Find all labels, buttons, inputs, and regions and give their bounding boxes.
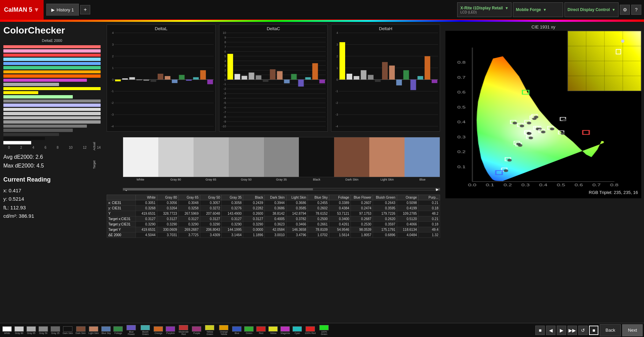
bottom-swatch-20[interactable]: Red	[255, 326, 267, 335]
table-cell-4-4: 0.3290	[222, 222, 243, 227]
tab-history1[interactable]: ▶ History 1	[46, 4, 79, 16]
table-body: x: CIE310.30510.30560.30480.30570.30580.…	[107, 200, 440, 238]
color-square: ■	[589, 326, 598, 335]
swatches-scrollbar[interactable]: ◀ ▶	[123, 188, 440, 191]
tab-add-button[interactable]: +	[80, 5, 90, 14]
table-cell-6-6: 3.0010	[265, 232, 286, 238]
bar-row-0	[3, 45, 101, 48]
bar-row-17	[3, 116, 101, 119]
bottom-swatch-17[interactable]: Orange Yellow	[217, 325, 230, 336]
swatch-names-row: WhiteGray 80Gray 65Gray 50Gray 35BlackDa…	[123, 178, 440, 181]
swatch-target-3	[229, 157, 264, 177]
table-cell-4-11: 0.3597	[373, 222, 397, 227]
table-cell-1-3: 0.3272	[200, 206, 222, 211]
table-cell-6-2: 3.7725	[178, 232, 200, 238]
bottom-swatch-18[interactable]: Blue	[231, 326, 243, 335]
bottom-swatch-15[interactable]: Purple	[191, 326, 202, 335]
table-cell-2-4: 143.4900	[222, 211, 243, 216]
bottom-swatch-3[interactable]: Gray 50	[38, 326, 49, 335]
table-cell-6-4: 3.1464	[222, 232, 243, 238]
table-header-row: WhiteGray 80Gray 65Gray 50Gray 35BlackDa…	[107, 195, 440, 200]
table-header-2: Gray 80	[157, 195, 178, 200]
colorimeter-name: X-Rite i1Display Retail	[460, 6, 503, 10]
bottom-swatch-12[interactable]: Orange	[153, 326, 164, 335]
bar-row-2	[3, 54, 101, 57]
bar-row-9	[3, 83, 101, 86]
bar-row-18	[3, 120, 101, 123]
table-cell-5-6: 42.0584	[265, 227, 286, 232]
data-table-area: WhiteGray 80Gray 65Gray 50Gray 35BlackDa…	[107, 195, 440, 238]
y-reading: y: 0.5214	[3, 195, 101, 203]
bottom-swatch-1[interactable]: Gray 80	[13, 326, 25, 335]
table-cell-6-9: 1.5614	[329, 232, 351, 238]
colorimeter-dropdown[interactable]: X-Rite i1Display Retail ▼ LCD (LED)	[457, 2, 512, 17]
settings-button[interactable]: ⚙	[620, 5, 630, 15]
back-button[interactable]: Back	[600, 324, 621, 336]
bottom-swatch-6[interactable]: Dark Skin	[74, 326, 87, 335]
table-header-7: Dark Skin	[265, 195, 286, 200]
delta-l-chart: DeltaL	[107, 24, 216, 132]
delta-c-inner	[219, 31, 328, 131]
bottom-swatch-7[interactable]: Light Skin	[88, 326, 100, 335]
delta-l-title: DeltaL	[107, 25, 215, 31]
bottom-swatch-5[interactable]: Dark Skin	[62, 326, 74, 335]
table-cell-3-13: 0.21	[418, 216, 440, 222]
bottom-swatch-21[interactable]: Yellow	[267, 326, 279, 335]
swatch-name-6: Dark Skin	[334, 178, 370, 181]
x-axis: 0 2 4 6 8 10 12 14	[3, 146, 101, 149]
next-button[interactable]: Next	[622, 324, 643, 336]
table-cell-3-3: 0.3127	[200, 216, 222, 222]
prev-button[interactable]: ◀	[546, 326, 555, 335]
table-cell-6-12: 4.0484	[397, 232, 418, 238]
pattern-gen-dropdown[interactable]: Mobile Forge ▼	[513, 2, 563, 17]
table-cell-6-11: 0.6896	[373, 232, 397, 238]
bottom-swatch-8[interactable]: Blue Sky	[100, 326, 112, 335]
table-cell-4-9: 0.4261	[329, 222, 351, 227]
bottom-swatch-25[interactable]: 100% Green	[317, 325, 331, 336]
bottom-swatch-11[interactable]: Bluish Green	[139, 325, 152, 336]
bar-row-13	[3, 99, 101, 103]
table-cell-2-12: 109.2785	[397, 211, 418, 216]
bars-area	[3, 44, 101, 144]
bottom-swatch-2[interactable]: Gray 65	[25, 326, 37, 335]
main-content: ColorChecker DeltaE 2000 0 2 4 6 8 10 12…	[0, 22, 644, 335]
bottom-swatch-4[interactable]: Gray 35	[50, 326, 61, 335]
x-label-14: 14	[97, 146, 101, 149]
instruments-area: X-Rite i1Display Retail ▼ LCD (LED) Mobi…	[457, 0, 644, 19]
bottom-swatch-23[interactable]: Cyan	[291, 326, 303, 335]
delta-h-chart: DeltaH	[331, 24, 440, 132]
bottom-swatch-19[interactable]: Green	[243, 326, 255, 335]
swatch-name-5: Black	[299, 178, 334, 181]
bottom-swatch-22[interactable]: Magenta	[279, 326, 291, 335]
table-header-12: Bluish Green	[373, 195, 397, 200]
bottom-swatch-0[interactable]: White	[1, 326, 13, 335]
table-row-label-4: Target y:CIE31	[107, 222, 136, 227]
display-ctrl-dropdown[interactable]: Direct Display Control ▼	[565, 2, 619, 17]
bottom-swatch-13[interactable]: Purplish	[165, 326, 176, 335]
record-button[interactable]: ■	[535, 326, 545, 335]
swatches-wrapper: Actual Target WhiteGray 80Gray 65Gray 50…	[107, 137, 440, 191]
bottom-swatch-10[interactable]: Blue Flower	[124, 325, 138, 336]
swatch-0	[123, 137, 158, 177]
bar-row-21	[3, 133, 101, 136]
play-button[interactable]: ▶	[557, 326, 566, 335]
swatch-name-7: Light Skin	[370, 178, 405, 181]
scroll-right-button[interactable]: ▶	[435, 188, 440, 190]
table-cell-0-2: 0.3048	[178, 200, 200, 206]
bottom-swatch-16[interactable]: Yellow Green	[203, 325, 216, 336]
delta-h-inner	[331, 31, 440, 131]
swatch-target-4	[264, 157, 299, 177]
max-label: Max dE2000:	[3, 163, 35, 168]
table-row-4: Target y:CIE310.32900.32900.32900.32900.…	[107, 222, 440, 227]
table-cell-2-8: 78.6152	[308, 211, 329, 216]
bottom-swatch-24[interactable]: 100% Red	[304, 326, 317, 335]
table-cell-1-12: 0.4199	[397, 206, 418, 211]
help-button[interactable]: ?	[631, 5, 641, 15]
table-cell-1-6: 0.3686	[265, 206, 286, 211]
skip-button[interactable]: ▶▶	[568, 326, 577, 335]
refresh-button[interactable]: ↺	[578, 326, 588, 335]
bottom-swatch-9[interactable]: Foliage	[112, 326, 124, 335]
table-header-1: White	[136, 195, 157, 200]
bottom-swatch-14[interactable]: Moderate Red	[177, 325, 190, 336]
stats-area: Avg dE2000: 2.6 Max dE2000: 4.5	[3, 153, 101, 170]
